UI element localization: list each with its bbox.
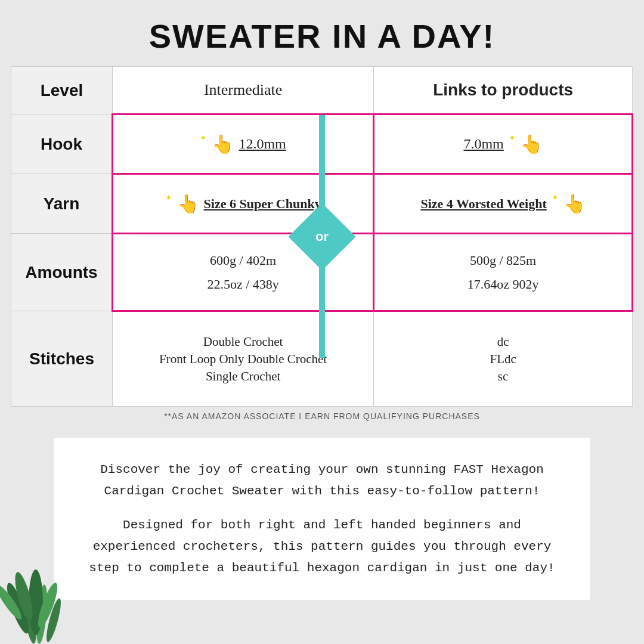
hook-left-cell: ✦ 👆 12.0mm bbox=[113, 114, 374, 174]
links-header: Links to products bbox=[374, 67, 633, 114]
disclaimer: **AS AN AMAZON ASSOCIATE I EARN FROM QUA… bbox=[0, 411, 644, 421]
yarn-left-cell: ✦ 👆 Size 6 Super Chunky bbox=[113, 174, 374, 234]
amounts-left-content: 600g / 402m 22.5oz / 438y bbox=[113, 249, 373, 296]
yarn-right-cell: Size 4 Worsted Weight ✦ 👆 bbox=[374, 174, 633, 234]
amounts-right-content: 500g / 825m 17.64oz 902y bbox=[374, 249, 631, 296]
yarn-right-content: Size 4 Worsted Weight ✦ 👆 bbox=[374, 193, 631, 214]
hook-right-content: 7.0mm ✦ 👆 bbox=[374, 134, 631, 154]
stitches-left-cell: Double Crochet Front Loop Only Double Cr… bbox=[113, 311, 374, 407]
stitch-left-1: Double Crochet bbox=[113, 335, 373, 349]
bottom-card: Discover the joy of creating your own st… bbox=[54, 438, 590, 600]
amounts-label: Amounts bbox=[11, 234, 113, 311]
amounts-row: Amounts 600g / 402m 22.5oz / 438y 500g /… bbox=[11, 234, 633, 311]
yarn-left-content: ✦ 👆 Size 6 Super Chunky bbox=[113, 193, 373, 214]
page-wrapper: SWEATER IN A DAY! or Level Intermediate … bbox=[0, 0, 644, 644]
amounts-right-cell: 500g / 825m 17.64oz 902y bbox=[374, 234, 633, 311]
stitch-right-1: dc bbox=[374, 335, 632, 349]
stitch-right-list: dc FLdc sc bbox=[374, 335, 632, 384]
sparkle-icon-left: ✦ bbox=[200, 133, 207, 143]
amounts-left-line2: 22.5oz / 438y bbox=[113, 273, 373, 296]
amounts-right-line1: 500g / 825m bbox=[374, 249, 631, 273]
hand-icon-left: 👆 bbox=[212, 134, 234, 154]
info-table-container: or Level Intermediate Links to products … bbox=[11, 66, 633, 407]
sparkle-yarn-right: ✦ bbox=[552, 193, 559, 203]
stitch-left-2: Front Loop Only Double Crochet bbox=[113, 352, 373, 367]
stitch-left-3: Single Crochet bbox=[113, 369, 373, 384]
bottom-para2: Designed for both right and left handed … bbox=[83, 515, 561, 578]
stitches-row: Stitches Double Crochet Front Loop Only … bbox=[11, 311, 633, 407]
bottom-para1: Discover the joy of creating your own st… bbox=[83, 459, 561, 501]
page-title: SWEATER IN A DAY! bbox=[0, 0, 644, 66]
yarn-right-value[interactable]: Size 4 Worsted Weight bbox=[420, 196, 546, 212]
stitches-right-cell: dc FLdc sc bbox=[374, 311, 633, 407]
stitch-left-list: Double Crochet Front Loop Only Double Cr… bbox=[113, 335, 373, 384]
plant-decoration bbox=[0, 525, 78, 644]
hand-yarn-left: 👆 bbox=[177, 193, 199, 214]
stitches-label: Stitches bbox=[11, 311, 113, 407]
sparkle-icon-right: ✦ bbox=[509, 133, 516, 143]
hand-icon-right: 👆 bbox=[521, 134, 543, 154]
hand-yarn-right: 👆 bbox=[564, 193, 586, 214]
yarn-left-value[interactable]: Size 6 Super Chunky bbox=[204, 196, 321, 212]
hook-left-value[interactable]: 12.0mm bbox=[239, 136, 286, 152]
info-table: Level Intermediate Links to products Hoo… bbox=[11, 66, 633, 407]
amounts-left-line1: 600g / 402m bbox=[113, 249, 373, 273]
hook-label: Hook bbox=[11, 114, 113, 174]
level-row: Level Intermediate Links to products bbox=[11, 67, 633, 114]
hook-left-content: ✦ 👆 12.0mm bbox=[113, 134, 373, 154]
hook-right-cell: 7.0mm ✦ 👆 bbox=[374, 114, 633, 174]
yarn-label: Yarn bbox=[11, 174, 113, 234]
yarn-row: Yarn ✦ 👆 Size 6 Super Chunky Size 4 Wors… bbox=[11, 174, 633, 234]
amounts-left-cell: 600g / 402m 22.5oz / 438y bbox=[113, 234, 374, 311]
amounts-right-line2: 17.64oz 902y bbox=[374, 273, 631, 296]
level-value: Intermediate bbox=[113, 67, 374, 114]
hook-right-value[interactable]: 7.0mm bbox=[463, 136, 503, 152]
level-label: Level bbox=[11, 67, 113, 114]
sparkle-yarn-left: ✦ bbox=[165, 193, 172, 203]
stitch-right-3: sc bbox=[374, 369, 632, 384]
stitch-right-2: FLdc bbox=[374, 352, 632, 367]
hook-row: Hook ✦ 👆 12.0mm 7.0mm ✦ 👆 bbox=[11, 114, 633, 174]
